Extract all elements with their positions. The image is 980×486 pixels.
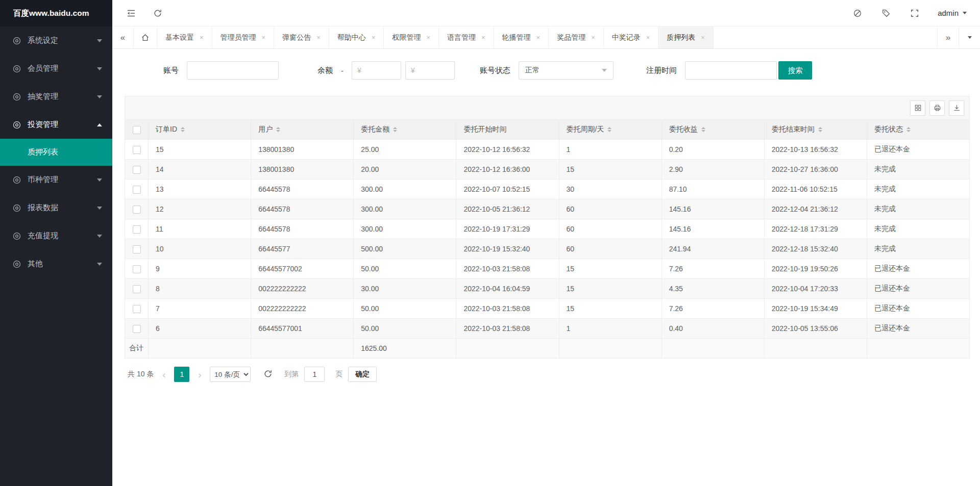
chevron-down-icon <box>963 12 967 14</box>
cell-profit: 7.26 <box>662 299 764 319</box>
row-checkbox[interactable] <box>133 325 141 333</box>
row-checkbox[interactable] <box>133 265 141 273</box>
close-icon[interactable]: × <box>200 34 204 41</box>
total-count: 共 10 条 <box>128 370 154 379</box>
print-icon[interactable] <box>929 100 945 116</box>
user-menu[interactable]: admin <box>938 9 967 17</box>
close-icon[interactable]: × <box>372 34 376 41</box>
search-button[interactable]: 搜索 <box>778 61 812 80</box>
refresh-table-icon[interactable] <box>263 369 274 379</box>
tabs-scroll-left-icon[interactable]: « <box>112 27 134 48</box>
register-time-input[interactable] <box>685 61 777 80</box>
tab-label: 中奖记录 <box>612 33 641 42</box>
sidebar-item-label: 投资管理 <box>28 120 97 130</box>
tab-3[interactable]: 弹窗公告 × <box>274 27 329 48</box>
summary-empty-cell <box>662 339 764 359</box>
page-1-button[interactable]: 1 <box>174 367 189 382</box>
row-select-cell <box>125 180 149 199</box>
sort-icon[interactable] <box>607 127 611 132</box>
cell-amount: 20.00 <box>354 160 456 180</box>
row-checkbox[interactable] <box>133 305 141 313</box>
close-icon[interactable]: × <box>262 34 266 41</box>
close-icon[interactable]: × <box>591 34 595 41</box>
account-status-select[interactable]: 正常 <box>519 61 614 80</box>
prev-page-icon[interactable]: ‹ <box>159 370 168 379</box>
cell-order_id: 14 <box>149 160 251 180</box>
next-page-icon[interactable]: › <box>195 370 204 379</box>
row-checkbox[interactable] <box>133 285 141 293</box>
account-input[interactable] <box>187 61 279 80</box>
tab-4[interactable]: 帮助中心 × <box>329 27 384 48</box>
select-all-checkbox[interactable] <box>133 126 141 134</box>
column-header[interactable]: 委托周期/天 <box>559 120 662 140</box>
column-header[interactable]: 订单ID <box>149 120 251 140</box>
fullscreen-icon[interactable] <box>909 8 920 19</box>
column-header-label: 委托结束时间 <box>772 125 815 134</box>
sidebar-item-currency-management[interactable]: 币种管理 <box>0 166 112 194</box>
cell-period_days: 30 <box>559 180 662 199</box>
sidebar-item-other[interactable]: 其他 <box>0 250 112 278</box>
summary-empty-cell <box>764 339 867 359</box>
sidebar-item-pledge-list[interactable]: 质押列表 <box>0 139 112 166</box>
row-checkbox[interactable] <box>133 166 141 174</box>
balance-min-input[interactable] <box>352 61 401 80</box>
tabs-menu-icon[interactable] <box>959 27 980 48</box>
sort-icon[interactable] <box>181 127 185 132</box>
sort-icon[interactable] <box>701 127 705 132</box>
close-icon[interactable]: × <box>481 34 485 41</box>
column-header[interactable]: 用户 <box>251 120 354 140</box>
tab-8[interactable]: 奖品管理 × <box>549 27 604 48</box>
column-header[interactable]: 委托状态 <box>867 120 969 140</box>
tab-2[interactable]: 管理员管理 × <box>212 27 275 48</box>
row-select-cell <box>125 219 149 239</box>
close-icon[interactable]: × <box>426 34 430 41</box>
summary-empty-cell <box>559 339 662 359</box>
sidebar-item-report-data[interactable]: 报表数据 <box>0 194 112 222</box>
row-checkbox[interactable] <box>133 225 141 234</box>
sort-icon[interactable] <box>393 127 397 132</box>
summary-amount-total: 1625.00 <box>354 339 456 359</box>
column-header[interactable]: 委托结束时间 <box>764 120 867 140</box>
tab-9[interactable]: 中奖记录 × <box>604 27 659 48</box>
table-toolbar <box>125 96 970 119</box>
column-header[interactable]: 委托金额 <box>354 120 456 140</box>
goto-page-input[interactable] <box>304 367 325 382</box>
sidebar-item-member-management[interactable]: 会员管理 <box>0 55 112 83</box>
tab-10[interactable]: 质押列表 × <box>658 27 714 48</box>
confirm-page-button[interactable]: 确定 <box>348 367 377 382</box>
close-icon[interactable]: × <box>316 34 321 41</box>
refresh-icon[interactable] <box>152 8 163 19</box>
export-icon[interactable] <box>949 100 964 116</box>
row-checkbox[interactable] <box>133 186 141 194</box>
row-checkbox[interactable] <box>133 206 141 214</box>
close-icon[interactable]: × <box>701 34 705 41</box>
table-card: 订单ID 用户 委托金额 委托开始时间 委托周期/天 委托收益 委托结束时间 <box>125 96 970 382</box>
sidebar-item-investment-management[interactable]: 投资管理 <box>0 111 112 139</box>
tab-1[interactable]: 基本设置 × <box>157 27 212 48</box>
sort-icon[interactable] <box>818 127 822 132</box>
close-icon[interactable]: × <box>646 34 650 41</box>
tab-5[interactable]: 权限管理 × <box>384 27 439 48</box>
balance-max-input[interactable] <box>405 61 455 80</box>
summary-empty-cell <box>456 339 559 359</box>
home-tab-icon[interactable] <box>134 27 157 48</box>
row-checkbox[interactable] <box>133 146 141 154</box>
close-icon[interactable]: × <box>536 34 541 41</box>
tabs-scroll-right-icon[interactable]: » <box>937 27 959 48</box>
sort-icon[interactable] <box>276 127 280 132</box>
clear-cache-icon[interactable] <box>852 8 863 19</box>
collapse-sidebar-icon[interactable] <box>126 8 137 19</box>
sidebar-item-system-settings[interactable]: 系统设定 <box>0 27 112 55</box>
column-filter-icon[interactable] <box>910 100 925 116</box>
sidebar-item-lottery-management[interactable]: 抽奖管理 <box>0 83 112 111</box>
tab-7[interactable]: 轮播管理 × <box>494 27 549 48</box>
cell-user: 66445578 <box>251 219 354 239</box>
sidebar-item-recharge-withdraw[interactable]: 充值提现 <box>0 222 112 250</box>
sort-icon[interactable] <box>906 127 911 132</box>
column-header[interactable]: 委托收益 <box>662 120 764 140</box>
page-size-select[interactable]: 10 条/页 <box>210 367 251 382</box>
tab-6[interactable]: 语言管理 × <box>439 27 494 48</box>
row-checkbox[interactable] <box>133 245 141 253</box>
cell-user: 66445577 <box>251 239 354 259</box>
theme-tag-icon[interactable] <box>880 8 892 19</box>
